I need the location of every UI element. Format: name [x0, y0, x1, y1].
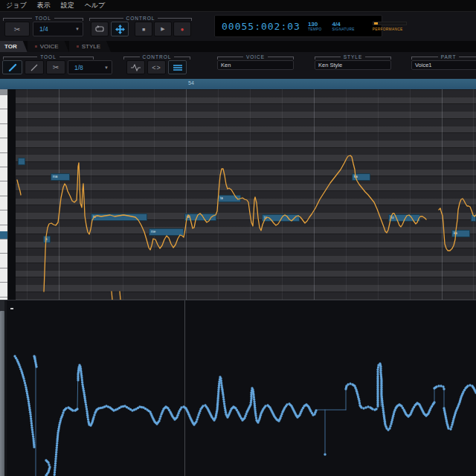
performance-display: PERFORMANCE — [373, 22, 414, 31]
vocal-editor-window: ジョブ表示設定ヘルプ TOOL ✂ 1/4 ▼ CONTROL ■ — [0, 0, 476, 476]
stacked-lines-icon — [173, 64, 182, 71]
editor-control-group-frame: CONTROL — [123, 54, 190, 59]
performance-meter — [373, 22, 407, 25]
measure-ruler[interactable]: 54 — [0, 79, 476, 90]
piano-key[interactable] — [0, 153, 7, 167]
editor-toolbar: TOOL ✂ 1/8 ▼ CONTROL <> — [0, 52, 476, 80]
pitch-curve-view-button[interactable] — [126, 60, 145, 74]
top-toolbar: TOOL ✂ 1/4 ▼ CONTROL ■ ▶ — [0, 12, 476, 42]
style-group-frame: STYLE — [315, 54, 391, 59]
parameter-curve[interactable] — [0, 300, 476, 476]
tempo-display: 130 TEMPO — [308, 21, 322, 31]
piano-key[interactable] — [0, 283, 7, 297]
quantize-dropdown-editor[interactable]: 1/8 ▼ — [68, 60, 112, 74]
piano-key[interactable] — [0, 239, 7, 254]
transport-display: 00055:002:03 130 TEMPO 4/4 SIGNATURE PER… — [214, 15, 382, 37]
voice-group-frame: VOICE — [217, 54, 294, 59]
style-tab-indicator — [77, 45, 79, 48]
panel-scrollbar-thumb[interactable] — [0, 311, 4, 476]
lines-view-button[interactable] — [168, 60, 187, 74]
pen-tool-button[interactable] — [2, 60, 22, 74]
angle-brackets-icon: <> — [152, 64, 161, 71]
piano-key-gray[interactable] — [0, 89, 7, 95]
editor-tool-group-label: TOOL — [40, 54, 57, 60]
style-value: Ken Style — [315, 62, 390, 68]
menu-item-0[interactable]: ジョブ — [6, 1, 27, 10]
menu-item-2[interactable]: 設定 — [61, 1, 74, 10]
editor-tool-group-frame: TOOL — [3, 54, 94, 59]
piano-key[interactable] — [0, 254, 7, 268]
menu-bar: ジョブ表示設定ヘルプ — [0, 0, 476, 12]
piano-key[interactable] — [0, 109, 7, 123]
record-button[interactable]: ● — [173, 22, 191, 36]
piano-key[interactable] — [0, 210, 7, 225]
scissors-icon: ✂ — [53, 63, 59, 71]
signature-display: 4/4 SIGNATURE — [332, 21, 354, 31]
piano-key[interactable] — [0, 181, 7, 196]
quantize-value-editor: 1/8 — [68, 64, 104, 71]
tab-style[interactable]: STYLE — [69, 41, 111, 52]
quantize-value: 1/4 — [33, 25, 75, 33]
move-tool-button[interactable] — [111, 22, 129, 36]
play-button[interactable]: ▶ — [154, 22, 172, 36]
part-select[interactable]: Voice1 — [411, 60, 476, 70]
pitch-curve — [16, 89, 476, 300]
waveform-icon — [131, 64, 141, 71]
voice-value: Ken — [218, 62, 293, 68]
control-group-frame: CONTROL — [89, 16, 192, 20]
stop-button[interactable]: ■ — [135, 22, 152, 36]
voice-select[interactable]: Ken — [217, 60, 294, 70]
editor-tab-bar: TOR VOICE STYLE — [0, 41, 476, 52]
time-display: 00055:002:03 — [215, 21, 308, 32]
tool-group-frame: TOOL — [3, 16, 83, 20]
tab-voice[interactable]: VOICE — [28, 41, 69, 52]
measure-number: 54 — [188, 80, 194, 86]
split-tool-button[interactable]: ✂ — [4, 22, 30, 36]
panel-marker — [10, 308, 13, 309]
loop-button[interactable] — [91, 22, 109, 36]
record-icon: ● — [181, 26, 184, 33]
control-group-label: CONTROL — [126, 16, 155, 21]
keyboard-strip[interactable] — [0, 89, 8, 300]
piano-key[interactable] — [0, 138, 7, 152]
voice-group-label: VOICE — [246, 54, 265, 60]
piano-roll[interactable]: maatomewitatokakoka — [0, 89, 476, 300]
line-tool-button[interactable] — [25, 60, 44, 74]
piano-key[interactable] — [0, 95, 7, 109]
play-icon: ▶ — [161, 26, 164, 32]
part-value: Voice1 — [412, 62, 476, 68]
tab-editor[interactable]: TOR — [0, 41, 28, 52]
quantize-dropdown[interactable]: 1/4 ▼ — [33, 22, 83, 36]
pen-icon — [8, 63, 17, 72]
line-icon — [30, 63, 39, 72]
editor-control-group-label: CONTROL — [143, 54, 172, 60]
part-group-label: PART — [441, 54, 457, 60]
parameter-panel[interactable] — [0, 300, 476, 476]
tool-group-label: TOOL — [35, 16, 51, 21]
menu-item-3[interactable]: ヘルプ — [85, 1, 106, 10]
split-tool-button-2[interactable]: ✂ — [46, 60, 65, 74]
piano-key[interactable] — [0, 167, 7, 181]
highlighted-piano-key[interactable] — [0, 231, 7, 239]
chevron-down-icon: ▼ — [75, 27, 83, 31]
piano-key[interactable] — [0, 124, 7, 138]
phoneme-view-button[interactable]: <> — [147, 60, 166, 74]
style-group-label: STYLE — [344, 54, 363, 60]
note-grid[interactable]: maatomewitatokakoka — [16, 89, 476, 300]
voice-tab-indicator — [35, 45, 37, 48]
style-select[interactable]: Ken Style — [315, 60, 391, 70]
loop-icon — [95, 25, 104, 33]
part-group-frame: PART — [411, 54, 476, 59]
stop-icon: ■ — [142, 27, 145, 32]
chevron-down-icon: ▼ — [104, 65, 112, 70]
move-cross-icon — [115, 25, 125, 34]
piano-key[interactable] — [0, 196, 7, 210]
piano-key[interactable] — [0, 268, 7, 283]
menu-item-1[interactable]: 表示 — [37, 1, 51, 10]
scissors-icon: ✂ — [14, 25, 20, 33]
